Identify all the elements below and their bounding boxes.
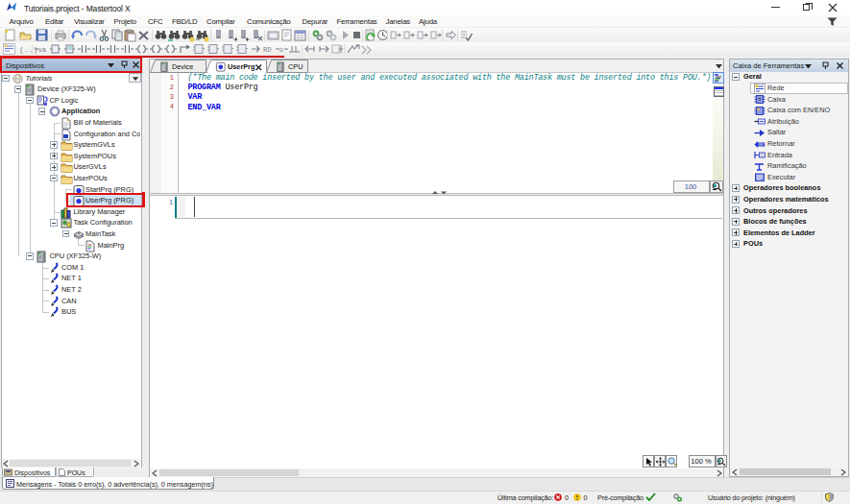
svg-text:RET: RET: [759, 143, 766, 147]
svg-text:va: va: [38, 47, 46, 54]
svg-text:o: o: [279, 46, 283, 53]
svg-text:RD: RD: [263, 46, 271, 54]
